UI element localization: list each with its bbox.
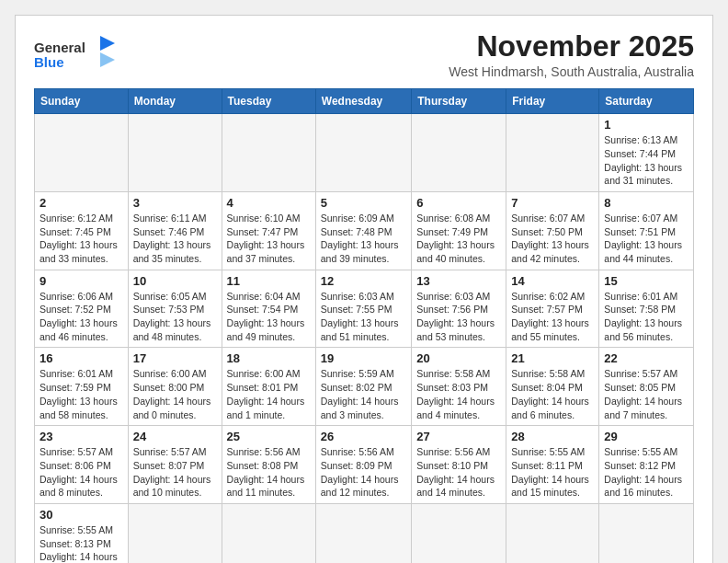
day-cell: 21Sunrise: 5:58 AM Sunset: 8:04 PM Dayli… <box>506 348 599 426</box>
calendar-table: SundayMondayTuesdayWednesdayThursdayFrid… <box>34 88 694 563</box>
day-cell <box>128 503 222 563</box>
week-row-4: 16Sunrise: 6:01 AM Sunset: 7:59 PM Dayli… <box>35 348 694 426</box>
day-info: Sunrise: 6:00 AM Sunset: 8:01 PM Dayligh… <box>227 367 311 421</box>
calendar-body: 1Sunrise: 6:13 AM Sunset: 7:44 PM Daylig… <box>35 114 694 563</box>
day-cell: 1Sunrise: 6:13 AM Sunset: 7:44 PM Daylig… <box>599 114 694 192</box>
day-number: 26 <box>321 430 406 443</box>
day-cell: 5Sunrise: 6:09 AM Sunset: 7:48 PM Daylig… <box>315 191 411 270</box>
day-cell <box>506 503 599 563</box>
day-cell: 22Sunrise: 5:57 AM Sunset: 8:05 PM Dayli… <box>599 348 694 426</box>
day-number: 3 <box>133 196 217 210</box>
svg-text:Blue: Blue <box>34 54 64 70</box>
day-cell <box>599 503 694 563</box>
day-info: Sunrise: 6:11 AM Sunset: 7:46 PM Dayligh… <box>133 212 217 266</box>
day-number: 14 <box>511 274 594 288</box>
day-info: Sunrise: 5:57 AM Sunset: 8:05 PM Dayligh… <box>604 367 688 421</box>
week-row-6: 30Sunrise: 5:55 AM Sunset: 8:13 PM Dayli… <box>35 503 694 563</box>
day-cell: 25Sunrise: 5:56 AM Sunset: 8:08 PM Dayli… <box>222 426 315 504</box>
day-info: Sunrise: 6:03 AM Sunset: 7:55 PM Dayligh… <box>321 290 406 344</box>
day-number: 16 <box>40 351 123 365</box>
day-cell <box>412 114 506 192</box>
day-cell <box>412 503 506 563</box>
day-info: Sunrise: 5:56 AM Sunset: 8:09 PM Dayligh… <box>321 445 406 500</box>
day-cell: 26Sunrise: 5:56 AM Sunset: 8:09 PM Dayli… <box>315 426 411 504</box>
day-number: 23 <box>40 430 123 443</box>
day-number: 25 <box>227 430 311 443</box>
day-number: 4 <box>227 196 311 210</box>
day-info: Sunrise: 6:13 AM Sunset: 7:44 PM Dayligh… <box>604 133 688 188</box>
weekday-tuesday: Tuesday <box>222 89 315 114</box>
week-row-1: 1Sunrise: 6:13 AM Sunset: 7:44 PM Daylig… <box>35 114 694 192</box>
day-cell: 9Sunrise: 6:06 AM Sunset: 7:52 PM Daylig… <box>35 270 129 348</box>
day-info: Sunrise: 6:08 AM Sunset: 7:49 PM Dayligh… <box>416 212 501 266</box>
week-row-2: 2Sunrise: 6:12 AM Sunset: 7:45 PM Daylig… <box>35 191 694 270</box>
day-number: 28 <box>511 430 594 443</box>
day-info: Sunrise: 6:01 AM Sunset: 7:59 PM Dayligh… <box>40 367 123 421</box>
day-number: 5 <box>321 196 406 210</box>
day-cell: 15Sunrise: 6:01 AM Sunset: 7:58 PM Dayli… <box>599 270 694 348</box>
day-number: 19 <box>321 351 406 365</box>
day-number: 21 <box>511 351 594 365</box>
day-cell: 11Sunrise: 6:04 AM Sunset: 7:54 PM Dayli… <box>222 270 315 348</box>
weekday-thursday: Thursday <box>412 89 506 114</box>
day-number: 30 <box>40 508 123 522</box>
logo-wordmark: General Blue <box>34 34 117 75</box>
svg-marker-2 <box>100 36 115 51</box>
day-number: 7 <box>511 196 594 210</box>
day-info: Sunrise: 6:01 AM Sunset: 7:58 PM Dayligh… <box>604 290 688 344</box>
day-info: Sunrise: 5:57 AM Sunset: 8:06 PM Dayligh… <box>40 445 123 500</box>
weekday-sunday: Sunday <box>35 89 129 114</box>
day-cell: 23Sunrise: 5:57 AM Sunset: 8:06 PM Dayli… <box>35 426 129 504</box>
header: General Blue November 2025 West Hindmars… <box>34 30 694 79</box>
day-cell: 18Sunrise: 6:00 AM Sunset: 8:01 PM Dayli… <box>222 348 315 426</box>
day-number: 27 <box>416 430 501 443</box>
day-cell: 8Sunrise: 6:07 AM Sunset: 7:51 PM Daylig… <box>599 191 694 270</box>
weekday-monday: Monday <box>128 89 222 114</box>
day-cell: 4Sunrise: 6:10 AM Sunset: 7:47 PM Daylig… <box>222 191 315 270</box>
weekday-header-row: SundayMondayTuesdayWednesdayThursdayFrid… <box>35 89 694 114</box>
day-info: Sunrise: 6:07 AM Sunset: 7:51 PM Dayligh… <box>604 212 688 266</box>
day-cell: 7Sunrise: 6:07 AM Sunset: 7:50 PM Daylig… <box>506 191 599 270</box>
day-info: Sunrise: 6:03 AM Sunset: 7:56 PM Dayligh… <box>416 290 501 344</box>
svg-text:General: General <box>34 40 85 55</box>
day-cell: 20Sunrise: 5:58 AM Sunset: 8:03 PM Dayli… <box>412 348 506 426</box>
day-info: Sunrise: 5:55 AM Sunset: 8:13 PM Dayligh… <box>40 523 123 563</box>
day-cell <box>506 114 599 192</box>
day-number: 10 <box>133 274 217 288</box>
day-info: Sunrise: 6:05 AM Sunset: 7:53 PM Dayligh… <box>133 290 217 344</box>
day-info: Sunrise: 5:55 AM Sunset: 8:12 PM Dayligh… <box>604 445 688 500</box>
day-cell: 2Sunrise: 6:12 AM Sunset: 7:45 PM Daylig… <box>35 191 129 270</box>
title-block: November 2025 West Hindmarsh, South Aust… <box>449 30 694 79</box>
day-info: Sunrise: 5:59 AM Sunset: 8:02 PM Dayligh… <box>321 367 406 421</box>
day-cell <box>315 503 411 563</box>
day-cell <box>315 114 411 192</box>
day-cell: 30Sunrise: 5:55 AM Sunset: 8:13 PM Dayli… <box>35 503 129 563</box>
day-cell: 3Sunrise: 6:11 AM Sunset: 7:46 PM Daylig… <box>128 191 222 270</box>
day-info: Sunrise: 5:58 AM Sunset: 8:04 PM Dayligh… <box>511 367 594 421</box>
calendar-page: General Blue November 2025 West Hindmars… <box>15 15 713 563</box>
day-info: Sunrise: 5:56 AM Sunset: 8:08 PM Dayligh… <box>227 445 311 500</box>
day-number: 9 <box>40 274 123 288</box>
day-number: 8 <box>604 196 688 210</box>
location-subtitle: West Hindmarsh, South Australia, Austral… <box>449 64 694 79</box>
day-number: 24 <box>133 430 217 443</box>
day-number: 17 <box>133 351 217 365</box>
day-info: Sunrise: 6:04 AM Sunset: 7:54 PM Dayligh… <box>227 290 311 344</box>
day-number: 29 <box>604 430 688 443</box>
day-cell <box>222 114 315 192</box>
logo: General Blue <box>34 34 117 75</box>
day-number: 15 <box>604 274 688 288</box>
day-cell: 14Sunrise: 6:02 AM Sunset: 7:57 PM Dayli… <box>506 270 599 348</box>
day-info: Sunrise: 6:12 AM Sunset: 7:45 PM Dayligh… <box>40 212 123 266</box>
week-row-5: 23Sunrise: 5:57 AM Sunset: 8:06 PM Dayli… <box>35 426 694 504</box>
day-cell <box>222 503 315 563</box>
day-info: Sunrise: 5:57 AM Sunset: 8:07 PM Dayligh… <box>133 445 217 500</box>
day-info: Sunrise: 6:00 AM Sunset: 8:00 PM Dayligh… <box>133 367 217 421</box>
day-number: 20 <box>416 351 501 365</box>
day-cell <box>128 114 222 192</box>
day-info: Sunrise: 6:02 AM Sunset: 7:57 PM Dayligh… <box>511 290 594 344</box>
month-title: November 2025 <box>449 30 694 63</box>
day-number: 12 <box>321 274 406 288</box>
day-cell: 24Sunrise: 5:57 AM Sunset: 8:07 PM Dayli… <box>128 426 222 504</box>
day-cell: 29Sunrise: 5:55 AM Sunset: 8:12 PM Dayli… <box>599 426 694 504</box>
